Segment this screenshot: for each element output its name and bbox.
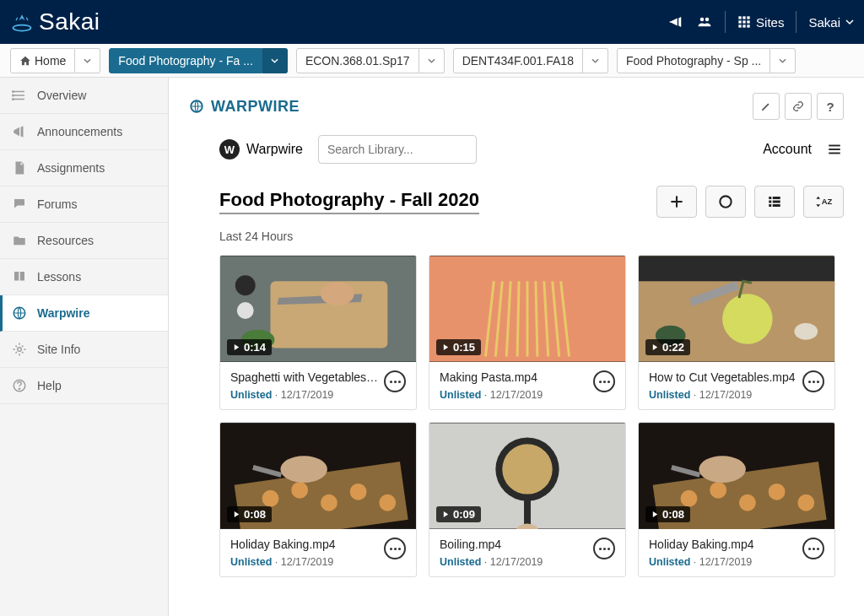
tab-dropdown[interactable] xyxy=(583,48,608,73)
more-button[interactable] xyxy=(802,538,824,559)
media-card[interactable]: 0:15 Making Pasta.mp4 Unlisted · 12/17/2… xyxy=(429,255,626,410)
warpwire-logo-icon: W xyxy=(219,139,240,159)
sidebar-lessons[interactable]: Lessons xyxy=(0,259,168,295)
user-menu[interactable]: Sakai xyxy=(808,15,854,30)
more-button[interactable] xyxy=(384,370,406,392)
tab-label: ECON.368.01.Sp17 xyxy=(305,54,410,68)
more-button[interactable] xyxy=(593,538,615,559)
svg-point-71 xyxy=(710,482,726,499)
svg-text:AZ: AZ xyxy=(822,197,833,206)
tab-econ[interactable]: ECON.368.01.Sp17 xyxy=(296,48,419,73)
svg-rect-6 xyxy=(742,16,745,19)
play-icon xyxy=(442,343,450,351)
media-card[interactable]: 0:22 How to Cut Vegetables.mp4 Unlisted … xyxy=(638,255,835,410)
tab-food-photography-spring[interactable]: Food Photography - Sp ... xyxy=(617,48,770,73)
sidebar-announcements[interactable]: Announcements xyxy=(0,114,168,150)
duration-badge: 0:15 xyxy=(436,339,481,355)
media-card[interactable]: 0:09 Boiling.mp4 Unlisted · 12/17/2019 xyxy=(429,422,626,577)
duration-text: 0:08 xyxy=(244,508,266,521)
app-header: Sakai Sites Sakai xyxy=(0,0,864,44)
edit-button[interactable] xyxy=(753,93,780,120)
more-button[interactable] xyxy=(802,370,824,392)
divider xyxy=(796,11,796,33)
announce-icon[interactable] xyxy=(669,14,684,30)
sidebar-help[interactable]: Help xyxy=(0,368,168,404)
sidebar-label: Assignments xyxy=(37,161,105,175)
sidebar-overview[interactable]: Overview xyxy=(0,78,168,114)
more-button[interactable] xyxy=(593,370,615,392)
more-button[interactable] xyxy=(384,538,406,559)
list-view-button[interactable] xyxy=(754,186,795,218)
sidebar-label: Lessons xyxy=(37,270,81,284)
sort-button[interactable]: AZ xyxy=(803,186,844,218)
brand-name: Sakai xyxy=(39,8,100,35)
sidebar-warpwire[interactable]: Warpwire xyxy=(0,295,168,332)
main-content: WARPWIRE ? W Warpwire Account xyxy=(169,78,864,616)
link-button[interactable] xyxy=(785,93,812,120)
media-card[interactable]: 0:14 Spaghetti with Vegetables… Unlisted… xyxy=(219,255,417,410)
tab-dropdown[interactable] xyxy=(75,48,100,73)
sidebar-assignments[interactable]: Assignments xyxy=(0,150,168,186)
tab-dropdown[interactable] xyxy=(262,48,288,73)
svg-point-32 xyxy=(720,196,731,207)
dots-icon xyxy=(390,548,401,550)
tab-dropdown[interactable] xyxy=(770,48,796,73)
library-title[interactable]: Food Photography - Fall 2020 xyxy=(219,189,479,214)
svg-rect-33 xyxy=(769,197,771,199)
help-button[interactable]: ? xyxy=(817,93,844,120)
svg-rect-13 xyxy=(747,24,749,27)
duration-text: 0:22 xyxy=(662,341,684,354)
add-button[interactable] xyxy=(656,186,697,218)
svg-rect-36 xyxy=(773,201,780,203)
sidebar-forums[interactable]: Forums xyxy=(0,186,168,223)
dots-icon xyxy=(599,548,610,550)
duration-badge: 0:08 xyxy=(645,506,690,522)
plus-icon xyxy=(668,193,685,210)
chevron-down-icon xyxy=(271,57,278,65)
svg-rect-12 xyxy=(742,24,745,27)
media-thumbnail[interactable]: 0:22 xyxy=(639,256,834,362)
brand-logo[interactable]: Sakai xyxy=(10,8,100,35)
doc-icon xyxy=(12,160,27,176)
svg-rect-35 xyxy=(769,201,771,203)
media-thumbnail[interactable]: 0:14 xyxy=(220,256,416,362)
warpwire-logo[interactable]: W Warpwire xyxy=(219,139,303,159)
svg-point-50 xyxy=(722,294,772,343)
globe-icon xyxy=(12,305,27,321)
sidebar-label: Announcements xyxy=(37,125,122,138)
media-thumbnail[interactable]: 0:09 xyxy=(429,423,625,529)
tab-food-photography-fall[interactable]: Food Photography - Fa ... xyxy=(109,48,262,73)
tab-dent[interactable]: DENT434F.001.FA18 xyxy=(453,48,583,73)
media-thumbnail[interactable]: 0:08 xyxy=(639,423,834,529)
chevron-down-icon xyxy=(591,57,599,65)
svg-rect-5 xyxy=(738,16,741,19)
users-icon[interactable] xyxy=(696,14,713,30)
sidebar-resources[interactable]: Resources xyxy=(0,223,168,259)
media-card[interactable]: 0:08 Holiday Baking.mp4 Unlisted · 12/17… xyxy=(638,422,835,577)
sites-button[interactable]: Sites xyxy=(737,15,784,30)
svg-point-61 xyxy=(280,456,327,483)
svg-point-3 xyxy=(700,18,705,22)
media-meta: Unlisted · 12/17/2019 xyxy=(230,389,379,401)
chevron-down-icon xyxy=(84,57,91,65)
media-thumbnail[interactable]: 0:08 xyxy=(220,423,416,529)
list-icon xyxy=(12,88,27,103)
chevron-down-icon xyxy=(428,57,435,65)
record-button[interactable] xyxy=(705,186,746,218)
media-card[interactable]: 0:08 Holiday Baking.mp4 Unlisted · 12/17… xyxy=(219,422,417,577)
menu-icon[interactable] xyxy=(825,142,844,157)
account-link[interactable]: Account xyxy=(763,142,812,157)
sidebar-label: Warpwire xyxy=(37,306,90,320)
media-thumbnail[interactable]: 0:15 xyxy=(429,256,625,362)
link-icon xyxy=(792,100,804,112)
search-input[interactable] xyxy=(327,143,475,156)
tab-home[interactable]: Home xyxy=(10,48,75,73)
media-meta: Unlisted · 12/17/2019 xyxy=(649,389,797,401)
home-icon xyxy=(19,55,31,67)
play-icon xyxy=(651,511,659,518)
svg-point-46 xyxy=(321,282,354,305)
search-container xyxy=(318,135,477,164)
gear-icon xyxy=(12,342,27,357)
sidebar-site-info[interactable]: Site Info xyxy=(0,332,168,368)
tab-dropdown[interactable] xyxy=(419,48,445,73)
